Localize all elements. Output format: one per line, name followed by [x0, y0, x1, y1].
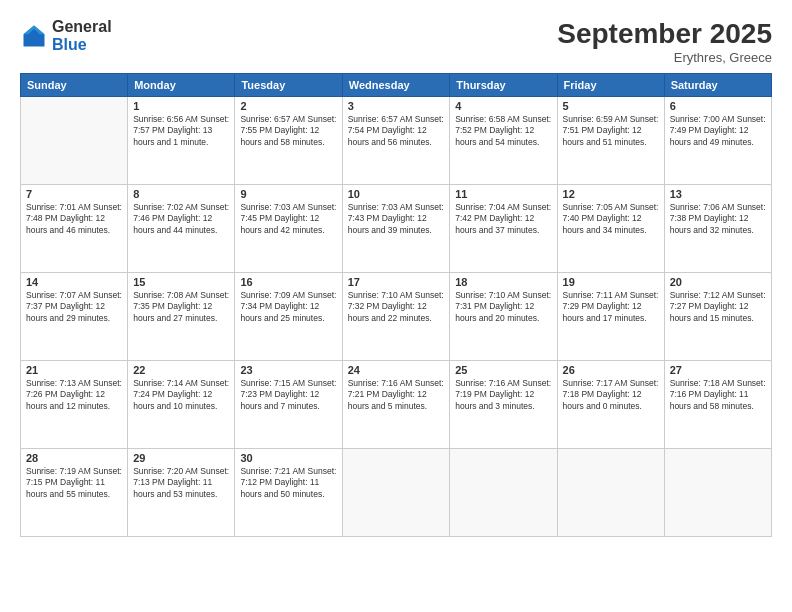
- weekday-header-friday: Friday: [557, 74, 664, 97]
- calendar: SundayMondayTuesdayWednesdayThursdayFrid…: [20, 73, 772, 537]
- calendar-cell: 26Sunrise: 7:17 AM Sunset: 7:18 PM Dayli…: [557, 361, 664, 449]
- day-number: 10: [348, 188, 445, 200]
- day-number: 16: [240, 276, 336, 288]
- title-block: September 2025 Erythres, Greece: [557, 18, 772, 65]
- calendar-cell: [450, 449, 557, 537]
- day-info: Sunrise: 7:15 AM Sunset: 7:23 PM Dayligh…: [240, 378, 336, 412]
- calendar-cell: 4Sunrise: 6:58 AM Sunset: 7:52 PM Daylig…: [450, 97, 557, 185]
- day-info: Sunrise: 7:00 AM Sunset: 7:49 PM Dayligh…: [670, 114, 766, 148]
- day-number: 15: [133, 276, 229, 288]
- calendar-cell: 16Sunrise: 7:09 AM Sunset: 7:34 PM Dayli…: [235, 273, 342, 361]
- day-number: 5: [563, 100, 659, 112]
- calendar-cell: 25Sunrise: 7:16 AM Sunset: 7:19 PM Dayli…: [450, 361, 557, 449]
- day-number: 24: [348, 364, 445, 376]
- logo-icon: [20, 22, 48, 50]
- day-info: Sunrise: 7:01 AM Sunset: 7:48 PM Dayligh…: [26, 202, 122, 236]
- calendar-cell: 30Sunrise: 7:21 AM Sunset: 7:12 PM Dayli…: [235, 449, 342, 537]
- calendar-cell: 27Sunrise: 7:18 AM Sunset: 7:16 PM Dayli…: [664, 361, 771, 449]
- week-row-4: 21Sunrise: 7:13 AM Sunset: 7:26 PM Dayli…: [21, 361, 772, 449]
- calendar-cell: 7Sunrise: 7:01 AM Sunset: 7:48 PM Daylig…: [21, 185, 128, 273]
- day-number: 8: [133, 188, 229, 200]
- calendar-cell: 22Sunrise: 7:14 AM Sunset: 7:24 PM Dayli…: [128, 361, 235, 449]
- day-number: 13: [670, 188, 766, 200]
- day-info: Sunrise: 7:14 AM Sunset: 7:24 PM Dayligh…: [133, 378, 229, 412]
- weekday-header-thursday: Thursday: [450, 74, 557, 97]
- day-info: Sunrise: 7:03 AM Sunset: 7:45 PM Dayligh…: [240, 202, 336, 236]
- day-info: Sunrise: 7:10 AM Sunset: 7:31 PM Dayligh…: [455, 290, 551, 324]
- day-number: 20: [670, 276, 766, 288]
- day-info: Sunrise: 7:18 AM Sunset: 7:16 PM Dayligh…: [670, 378, 766, 412]
- calendar-cell: 15Sunrise: 7:08 AM Sunset: 7:35 PM Dayli…: [128, 273, 235, 361]
- day-number: 6: [670, 100, 766, 112]
- day-info: Sunrise: 6:56 AM Sunset: 7:57 PM Dayligh…: [133, 114, 229, 148]
- day-info: Sunrise: 7:09 AM Sunset: 7:34 PM Dayligh…: [240, 290, 336, 324]
- day-number: 23: [240, 364, 336, 376]
- day-info: Sunrise: 6:57 AM Sunset: 7:54 PM Dayligh…: [348, 114, 445, 148]
- day-info: Sunrise: 7:17 AM Sunset: 7:18 PM Dayligh…: [563, 378, 659, 412]
- day-number: 19: [563, 276, 659, 288]
- day-number: 3: [348, 100, 445, 112]
- location: Erythres, Greece: [557, 50, 772, 65]
- calendar-cell: 23Sunrise: 7:15 AM Sunset: 7:23 PM Dayli…: [235, 361, 342, 449]
- day-info: Sunrise: 7:19 AM Sunset: 7:15 PM Dayligh…: [26, 466, 122, 500]
- day-number: 30: [240, 452, 336, 464]
- day-number: 22: [133, 364, 229, 376]
- calendar-cell: [342, 449, 450, 537]
- day-number: 17: [348, 276, 445, 288]
- day-number: 27: [670, 364, 766, 376]
- week-row-2: 7Sunrise: 7:01 AM Sunset: 7:48 PM Daylig…: [21, 185, 772, 273]
- logo-blue-text: Blue: [52, 36, 112, 54]
- day-number: 26: [563, 364, 659, 376]
- calendar-cell: 17Sunrise: 7:10 AM Sunset: 7:32 PM Dayli…: [342, 273, 450, 361]
- weekday-header-saturday: Saturday: [664, 74, 771, 97]
- calendar-cell: [557, 449, 664, 537]
- logo: General Blue: [20, 18, 112, 53]
- calendar-cell: [664, 449, 771, 537]
- calendar-cell: 13Sunrise: 7:06 AM Sunset: 7:38 PM Dayli…: [664, 185, 771, 273]
- day-info: Sunrise: 7:13 AM Sunset: 7:26 PM Dayligh…: [26, 378, 122, 412]
- calendar-cell: 5Sunrise: 6:59 AM Sunset: 7:51 PM Daylig…: [557, 97, 664, 185]
- calendar-cell: 8Sunrise: 7:02 AM Sunset: 7:46 PM Daylig…: [128, 185, 235, 273]
- day-info: Sunrise: 7:11 AM Sunset: 7:29 PM Dayligh…: [563, 290, 659, 324]
- day-info: Sunrise: 7:12 AM Sunset: 7:27 PM Dayligh…: [670, 290, 766, 324]
- calendar-cell: 20Sunrise: 7:12 AM Sunset: 7:27 PM Dayli…: [664, 273, 771, 361]
- day-info: Sunrise: 7:04 AM Sunset: 7:42 PM Dayligh…: [455, 202, 551, 236]
- calendar-cell: 3Sunrise: 6:57 AM Sunset: 7:54 PM Daylig…: [342, 97, 450, 185]
- day-info: Sunrise: 7:08 AM Sunset: 7:35 PM Dayligh…: [133, 290, 229, 324]
- day-number: 1: [133, 100, 229, 112]
- week-row-3: 14Sunrise: 7:07 AM Sunset: 7:37 PM Dayli…: [21, 273, 772, 361]
- calendar-cell: [21, 97, 128, 185]
- weekday-header-sunday: Sunday: [21, 74, 128, 97]
- calendar-cell: 12Sunrise: 7:05 AM Sunset: 7:40 PM Dayli…: [557, 185, 664, 273]
- day-info: Sunrise: 7:05 AM Sunset: 7:40 PM Dayligh…: [563, 202, 659, 236]
- day-number: 21: [26, 364, 122, 376]
- calendar-cell: 21Sunrise: 7:13 AM Sunset: 7:26 PM Dayli…: [21, 361, 128, 449]
- day-number: 29: [133, 452, 229, 464]
- logo-text: General Blue: [52, 18, 112, 53]
- calendar-cell: 6Sunrise: 7:00 AM Sunset: 7:49 PM Daylig…: [664, 97, 771, 185]
- calendar-cell: 29Sunrise: 7:20 AM Sunset: 7:13 PM Dayli…: [128, 449, 235, 537]
- week-row-1: 1Sunrise: 6:56 AM Sunset: 7:57 PM Daylig…: [21, 97, 772, 185]
- weekday-header-tuesday: Tuesday: [235, 74, 342, 97]
- day-info: Sunrise: 7:16 AM Sunset: 7:19 PM Dayligh…: [455, 378, 551, 412]
- calendar-cell: 18Sunrise: 7:10 AM Sunset: 7:31 PM Dayli…: [450, 273, 557, 361]
- day-number: 4: [455, 100, 551, 112]
- calendar-cell: 10Sunrise: 7:03 AM Sunset: 7:43 PM Dayli…: [342, 185, 450, 273]
- calendar-cell: 19Sunrise: 7:11 AM Sunset: 7:29 PM Dayli…: [557, 273, 664, 361]
- header: General Blue September 2025 Erythres, Gr…: [20, 18, 772, 65]
- day-number: 25: [455, 364, 551, 376]
- calendar-cell: 9Sunrise: 7:03 AM Sunset: 7:45 PM Daylig…: [235, 185, 342, 273]
- weekday-header-monday: Monday: [128, 74, 235, 97]
- day-number: 28: [26, 452, 122, 464]
- day-number: 9: [240, 188, 336, 200]
- day-number: 12: [563, 188, 659, 200]
- month-title: September 2025: [557, 18, 772, 50]
- calendar-cell: 11Sunrise: 7:04 AM Sunset: 7:42 PM Dayli…: [450, 185, 557, 273]
- day-info: Sunrise: 7:21 AM Sunset: 7:12 PM Dayligh…: [240, 466, 336, 500]
- day-number: 14: [26, 276, 122, 288]
- weekday-header-row: SundayMondayTuesdayWednesdayThursdayFrid…: [21, 74, 772, 97]
- weekday-header-wednesday: Wednesday: [342, 74, 450, 97]
- day-info: Sunrise: 6:57 AM Sunset: 7:55 PM Dayligh…: [240, 114, 336, 148]
- calendar-cell: 14Sunrise: 7:07 AM Sunset: 7:37 PM Dayli…: [21, 273, 128, 361]
- day-info: Sunrise: 7:16 AM Sunset: 7:21 PM Dayligh…: [348, 378, 445, 412]
